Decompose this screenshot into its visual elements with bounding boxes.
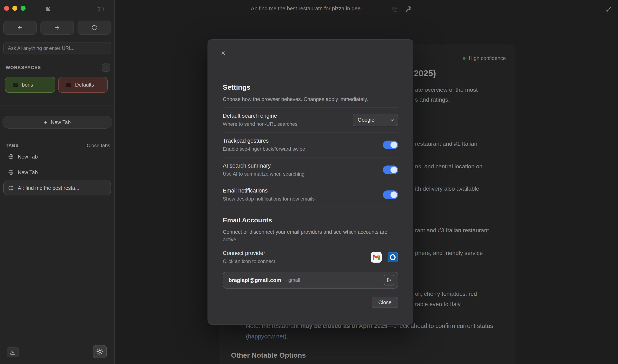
plus-icon: + <box>44 119 47 125</box>
settings-modal: × Settings Choose how the browser behave… <box>207 39 413 325</box>
setting-title: Default search engine <box>223 113 297 119</box>
download-icon <box>10 349 16 355</box>
plus-icon: + <box>104 65 107 70</box>
tabs-label: TABS <box>6 143 19 148</box>
workspace-name: Defaults <box>75 82 94 88</box>
setting-row-ai-search-summary: AI search summary Use AI to summarize wh… <box>223 157 398 182</box>
downloads-button[interactable] <box>7 347 19 357</box>
close-window-button[interactable] <box>4 6 9 11</box>
setting-title: Trackpad gestures <box>223 138 305 144</box>
url-input[interactable] <box>3 42 111 54</box>
email-accounts-subtitle: Connect or disconnect your email provide… <box>223 228 398 243</box>
sidebar-divider <box>0 105 114 106</box>
connect-provider-row: Connect provider Click an icon to connec… <box>223 250 398 264</box>
tabs-header: TABS Close tabs <box>6 143 110 148</box>
close-icon: × <box>221 50 225 57</box>
email-notifications-toggle[interactable] <box>383 190 398 199</box>
settings-title: Settings <box>223 83 398 91</box>
tab-item[interactable]: New Tab <box>3 165 111 180</box>
workspace-name: boris <box>22 82 33 88</box>
new-tab-button[interactable]: + New Tab <box>2 116 112 129</box>
toggle-sidebar-button[interactable] <box>96 4 106 14</box>
setting-title: Email notifications <box>223 188 315 194</box>
tab-item[interactable]: New Tab <box>3 149 111 164</box>
select-value: Google <box>358 117 374 123</box>
puzzle-icon <box>44 6 51 13</box>
tab-title: New Tab <box>18 154 38 160</box>
extensions-button[interactable] <box>43 4 53 14</box>
modal-close-button[interactable]: × <box>219 49 228 58</box>
outlook-icon <box>387 252 398 263</box>
settings-subtitle: Choose how the browser behaves. Changes … <box>223 96 398 102</box>
modal-close-footer-button[interactable]: Close <box>372 297 398 308</box>
globe-icon <box>8 154 14 160</box>
back-arrow-icon <box>17 25 23 31</box>
tab-item-active[interactable]: AI: find me the best resta... <box>3 181 111 195</box>
main-area: AI: find me the best restauratn for pizz… <box>115 0 618 364</box>
setting-desc: Where to send non-URL searches <box>223 121 297 127</box>
forward-button[interactable] <box>40 21 74 35</box>
minimize-window-button[interactable] <box>12 6 17 11</box>
tab-title: AI: find me the best resta... <box>18 185 80 191</box>
email-accounts-title: Email Accounts <box>223 216 398 224</box>
gear-icon <box>96 348 104 355</box>
sidebar-top <box>0 0 114 17</box>
sidebar: WORKSPACES + boris Defaults + New Tab TA… <box>0 0 115 364</box>
settings-button[interactable] <box>93 345 107 358</box>
back-button[interactable] <box>3 21 37 35</box>
connect-gmail-button[interactable] <box>371 252 382 263</box>
connected-account-row: bragiapi@gmail.com · gmail <box>223 272 398 288</box>
tab-title: New Tab <box>18 169 38 175</box>
zoom-window-button[interactable] <box>21 6 26 11</box>
sidebar-panel-icon <box>97 6 104 13</box>
connect-provider-title: Connect provider <box>223 250 275 256</box>
provider-buttons <box>371 252 398 263</box>
setting-desc: Enable two-finger back/forward swipe <box>223 146 305 152</box>
workspaces-header: WORKSPACES + <box>6 64 110 72</box>
connect-outlook-button[interactable] <box>387 252 398 263</box>
workspace-item-defaults[interactable]: Defaults <box>58 77 108 93</box>
chevron-down-icon <box>390 118 394 122</box>
account-email: bragiapi@gmail.com <box>228 277 281 283</box>
app-window: WORKSPACES + boris Defaults + New Tab TA… <box>0 0 618 364</box>
gmail-icon <box>373 255 380 260</box>
setting-row-trackpad-gestures: Trackpad gestures Enable two-finger back… <box>223 132 398 157</box>
nav-buttons <box>3 21 111 35</box>
forward-arrow-icon <box>54 25 60 31</box>
tab-list: New Tab New Tab AI: find me the best res… <box>3 149 111 195</box>
folder-icon <box>12 82 18 88</box>
folder-icon <box>65 82 71 88</box>
logout-icon <box>386 277 392 283</box>
modal-footer: Close <box>223 297 398 308</box>
disconnect-account-button[interactable] <box>384 275 394 286</box>
new-tab-label: New Tab <box>51 119 71 125</box>
modal-body: Settings Choose how the browser behaves.… <box>208 83 413 308</box>
workspaces-label: WORKSPACES <box>6 65 41 70</box>
window-controls <box>4 6 26 11</box>
reload-icon <box>91 25 97 30</box>
connect-provider-desc: Click an icon to connect <box>223 259 275 264</box>
setting-desc: Use AI to summarize when searching <box>223 171 305 177</box>
trackpad-gestures-toggle[interactable] <box>383 141 398 149</box>
account-provider: · gmail <box>285 277 300 283</box>
close-tabs-button[interactable]: Close tabs <box>87 143 110 148</box>
globe-icon <box>8 185 14 191</box>
reload-button[interactable] <box>78 21 111 35</box>
setting-title: AI search summary <box>223 163 305 169</box>
add-workspace-button[interactable]: + <box>102 64 110 72</box>
setting-row-default-search-engine: Default search engine Where to send non-… <box>223 107 398 132</box>
setting-row-email-notifications: Email notifications Show desktop notific… <box>223 182 398 207</box>
setting-desc: Show desktop notifications for new email… <box>223 196 315 202</box>
search-engine-select[interactable]: Google <box>353 114 398 126</box>
workspace-item-boris[interactable]: boris <box>5 77 55 93</box>
ai-search-summary-toggle[interactable] <box>383 166 398 174</box>
globe-icon <box>8 169 14 175</box>
settings-rows: Default search engine Where to send non-… <box>223 107 398 207</box>
workspace-list: boris Defaults <box>5 77 109 93</box>
